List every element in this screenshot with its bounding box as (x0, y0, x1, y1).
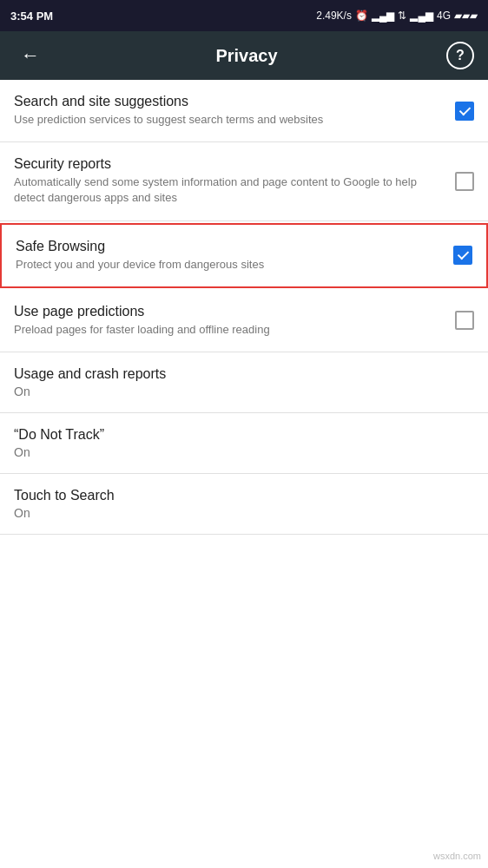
checkbox-safe-browsing[interactable] (453, 246, 472, 265)
setting-status-do-not-track: On (14, 445, 460, 459)
setting-content-security-reports: Security reportsAutomatically send some … (14, 156, 455, 206)
setting-item-usage-crash-reports[interactable]: Usage and crash reportsOn (0, 352, 488, 413)
top-app-bar: ← Privacy ? (0, 31, 488, 80)
setting-item-search-suggestions[interactable]: Search and site suggestionsUse predictio… (0, 80, 488, 142)
setting-status-usage-crash-reports: On (14, 385, 460, 398)
setting-content-touch-to-search: Touch to SearchOn (14, 488, 474, 520)
setting-title-usage-crash-reports: Usage and crash reports (14, 366, 460, 382)
setting-content-search-suggestions: Search and site suggestionsUse predictio… (14, 94, 455, 128)
help-button[interactable]: ? (446, 42, 474, 69)
data-transfer-icon: ⇅ (398, 10, 406, 22)
battery-icon: ▰▰▰ (454, 10, 478, 22)
setting-subtitle-search-suggestions: Use prediction services to suggest searc… (14, 112, 441, 128)
setting-status-touch-to-search: On (14, 506, 460, 520)
setting-title-page-predictions: Use page predictions (14, 304, 441, 319)
setting-subtitle-page-predictions: Preload pages for faster loading and off… (14, 322, 441, 338)
page-title: Privacy (215, 46, 277, 66)
setting-title-touch-to-search: Touch to Search (14, 488, 460, 503)
status-bar: 3:54 PM 2.49K/s ⏰ ▂▄▆ ⇅ ▂▄▆ 4G ▰▰▰ (0, 0, 488, 31)
setting-item-security-reports[interactable]: Security reportsAutomatically send some … (0, 142, 488, 220)
checkbox-page-predictions[interactable] (455, 311, 474, 330)
status-right-icons: 2.49K/s ⏰ ▂▄▆ ⇅ ▂▄▆ 4G ▰▰▰ (316, 10, 478, 22)
back-button[interactable]: ← (14, 37, 47, 74)
network-speed: 2.49K/s (316, 10, 352, 22)
network-type-label: 4G (437, 10, 451, 22)
alarm-icon: ⏰ (355, 10, 368, 22)
setting-item-safe-browsing[interactable]: Safe BrowsingProtect you and your device… (0, 223, 488, 288)
setting-title-do-not-track: “Do Not Track” (14, 427, 460, 443)
status-time: 3:54 PM (10, 10, 53, 23)
setting-item-do-not-track[interactable]: “Do Not Track”On (0, 413, 488, 474)
watermark: wsxdn.com (433, 851, 481, 861)
setting-subtitle-security-reports: Automatically send some system informati… (14, 174, 441, 206)
setting-title-security-reports: Security reports (14, 156, 441, 172)
checkbox-security-reports[interactable] (455, 172, 474, 191)
setting-content-safe-browsing: Safe BrowsingProtect you and your device… (16, 239, 453, 273)
signal-bars-icon: ▂▄▆ (372, 10, 395, 22)
setting-content-page-predictions: Use page predictionsPreload pages for fa… (14, 304, 455, 338)
setting-title-search-suggestions: Search and site suggestions (14, 94, 441, 109)
signal-bars-2-icon: ▂▄▆ (410, 10, 433, 22)
settings-list: Search and site suggestionsUse predictio… (0, 80, 488, 535)
checkbox-search-suggestions[interactable] (455, 102, 474, 121)
setting-content-usage-crash-reports: Usage and crash reportsOn (14, 366, 474, 398)
setting-subtitle-safe-browsing: Protect you and your device from dangero… (16, 257, 439, 273)
setting-item-touch-to-search[interactable]: Touch to SearchOn (0, 474, 488, 535)
setting-content-do-not-track: “Do Not Track”On (14, 427, 474, 459)
setting-item-page-predictions[interactable]: Use page predictionsPreload pages for fa… (0, 290, 488, 352)
setting-title-safe-browsing: Safe Browsing (16, 239, 439, 254)
